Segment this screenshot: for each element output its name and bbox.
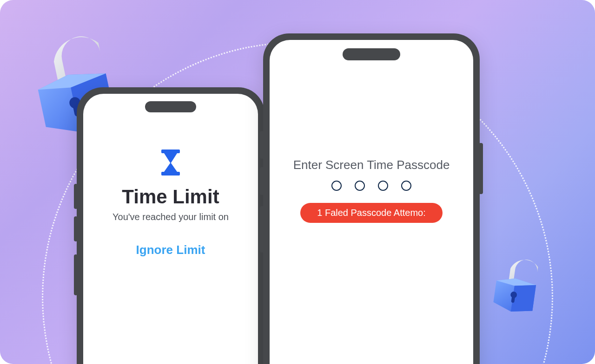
passcode-dot[interactable] bbox=[378, 181, 388, 191]
phone-mock-left: Time Limit You've reached your limit on … bbox=[77, 87, 264, 364]
phone-left-screen: Time Limit You've reached your limit on … bbox=[83, 94, 258, 364]
phone-side-button bbox=[74, 184, 78, 209]
phone-side-button bbox=[74, 216, 78, 241]
phone-side-button bbox=[260, 206, 264, 253]
unlocked-padlock-icon bbox=[490, 251, 555, 325]
promo-canvas: Time Limit You've reached your limit on … bbox=[0, 0, 595, 364]
phone-notch bbox=[145, 101, 196, 112]
failed-attempt-badge: 1 Faled Passcode Attemo: bbox=[300, 203, 442, 223]
passcode-prompt-title: Enter Screen Time Passcode bbox=[293, 158, 450, 172]
phone-side-button bbox=[479, 143, 483, 194]
time-limit-subtitle: You've reached your limit on bbox=[112, 212, 229, 222]
hourglass-icon bbox=[159, 150, 182, 177]
phone-side-button bbox=[260, 131, 264, 159]
passcode-dot[interactable] bbox=[401, 181, 411, 191]
passcode-dot[interactable] bbox=[331, 181, 342, 191]
passcode-dot[interactable] bbox=[355, 181, 365, 191]
ignore-limit-button[interactable]: Ignore Limit bbox=[136, 243, 205, 257]
phone-right-screen: Enter Screen Time Passcode 1 Faled Passc… bbox=[270, 40, 473, 364]
phone-side-button bbox=[74, 254, 78, 295]
phone-side-button bbox=[260, 167, 264, 195]
passcode-dots bbox=[331, 181, 411, 191]
svg-rect-6 bbox=[161, 172, 180, 176]
svg-rect-5 bbox=[161, 150, 180, 153]
phone-mock-right: Enter Screen Time Passcode 1 Faled Passc… bbox=[263, 33, 480, 364]
time-limit-title: Time Limit bbox=[122, 186, 219, 208]
phone-notch bbox=[343, 48, 400, 60]
